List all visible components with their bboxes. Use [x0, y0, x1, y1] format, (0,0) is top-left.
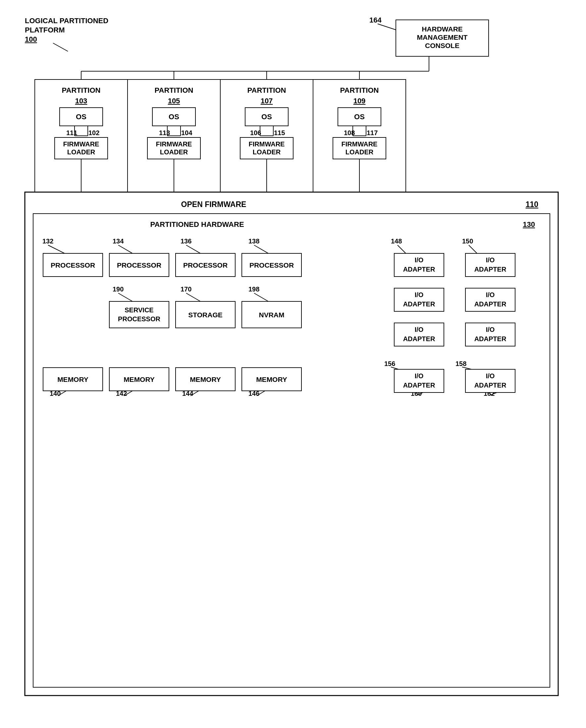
p1-fw-text2: LOADER — [67, 148, 95, 156]
io3-text1: I/O — [414, 291, 423, 298]
hmc-ref-label: 164 — [370, 16, 382, 24]
io1-ref-top: 148 — [391, 237, 402, 245]
mem3-ref: 144 — [182, 390, 194, 397]
p2-ref: 105 — [168, 97, 180, 105]
io2-ref-top: 150 — [462, 237, 473, 245]
proc4-ref-label: 138 — [249, 237, 259, 245]
proc4-text: PROCESSOR — [249, 261, 294, 269]
io6-text1: I/O — [486, 326, 494, 333]
sp-text2: PROCESSOR — [118, 315, 160, 322]
p2-ref104: 104 — [181, 129, 193, 136]
hmc-ref-line — [378, 24, 396, 30]
io1-text1: I/O — [414, 256, 423, 264]
proc1-text: PROCESSOR — [50, 261, 95, 269]
p1-title: PARTITION — [61, 86, 100, 95]
mem3-text: MEMORY — [190, 375, 221, 383]
p4-fw-text1: FIRMWARE — [341, 140, 377, 148]
p4-ref108: 108 — [344, 129, 355, 136]
sp-text1: SERVICE — [125, 306, 153, 314]
io8-text2: ADAPTER — [474, 382, 506, 389]
sp-ref-label: 190 — [112, 286, 124, 293]
proc1-ref-label: 132 — [43, 237, 53, 245]
p2-os-text: OS — [169, 113, 179, 121]
io5-text2: ADAPTER — [403, 335, 435, 342]
sp-box — [109, 302, 169, 328]
mem2-ref: 142 — [116, 390, 127, 397]
hmc-text2: MANAGEMENT — [417, 33, 467, 41]
of-label: OPEN FIRMWARE — [181, 200, 246, 209]
proc3-text: PROCESSOR — [183, 261, 227, 269]
io2-text1: I/O — [486, 256, 494, 264]
io7-text2: ADAPTER — [403, 382, 435, 389]
io7-text1: I/O — [414, 372, 423, 380]
p3-os-text: OS — [261, 113, 272, 121]
mem2-text: MEMORY — [124, 375, 155, 383]
p2-ref113: 113 — [159, 129, 170, 136]
ph-ref: 130 — [523, 220, 535, 229]
p1-ref111: 111 — [66, 129, 77, 136]
nvram-ref-label: 198 — [249, 286, 259, 293]
io7-ref-156: 156 — [384, 360, 395, 367]
io8-ref-158: 158 — [456, 360, 466, 367]
mem4-text: MEMORY — [256, 375, 287, 383]
p1-ref: 103 — [75, 97, 87, 105]
p2-title: PARTITION — [154, 86, 193, 95]
io2-text2: ADAPTER — [474, 266, 506, 273]
p4-title: PARTITION — [340, 86, 379, 95]
io4-text2: ADAPTER — [474, 301, 506, 308]
of-ref: 110 — [526, 200, 538, 209]
p3-ref106: 106 — [250, 129, 261, 136]
io1-text2: ADAPTER — [403, 266, 435, 273]
p4-os-text: OS — [354, 113, 365, 121]
p3-ref115: 115 — [274, 129, 285, 136]
mem4-ref: 146 — [249, 390, 259, 397]
p3-ref: 107 — [260, 97, 273, 105]
lpp-label-line1: LOGICAL PARTITIONED — [25, 17, 108, 25]
p1-os-text: OS — [76, 113, 86, 121]
ph-label: PARTITIONED HARDWARE — [150, 220, 244, 229]
p2-fw-text1: FIRMWARE — [156, 140, 192, 148]
lpp-label-line2: PLATFORM — [25, 26, 65, 34]
p1-ref102: 102 — [88, 129, 99, 136]
storage-text: STORAGE — [188, 311, 222, 319]
io6-text2: ADAPTER — [474, 335, 506, 342]
io8-text1: I/O — [486, 372, 494, 380]
proc2-text: PROCESSOR — [117, 261, 161, 269]
architecture-diagram: LOGICAL PARTITIONED PLATFORM 100 164 HAR… — [15, 13, 571, 710]
io5-text1: I/O — [414, 326, 423, 333]
hmc-text1: HARDWARE — [422, 25, 463, 33]
mem1-text: MEMORY — [57, 375, 88, 383]
p4-ref: 109 — [353, 97, 365, 105]
stor-ref-label: 170 — [181, 286, 192, 293]
p3-title: PARTITION — [247, 86, 286, 95]
p2-fw-text2: LOADER — [160, 148, 188, 156]
p3-fw-text2: LOADER — [252, 148, 281, 156]
p4-ref117: 117 — [367, 129, 378, 136]
proc3-ref-label: 136 — [181, 237, 192, 245]
p3-fw-text1: FIRMWARE — [249, 140, 284, 148]
proc2-ref-label: 134 — [112, 237, 124, 245]
p1-fw-text1: FIRMWARE — [63, 140, 99, 148]
p4-fw-text2: LOADER — [345, 148, 373, 156]
diagram-svg: LOGICAL PARTITIONED PLATFORM 100 164 HAR… — [15, 13, 571, 709]
nvram-text: NVRAM — [259, 311, 284, 319]
io4-text1: I/O — [486, 291, 494, 298]
io3-text2: ADAPTER — [403, 301, 435, 308]
ph-box — [33, 214, 550, 687]
lpp-arrow — [53, 43, 68, 51]
lpp-ref: 100 — [25, 35, 37, 43]
mem1-ref: 140 — [50, 390, 60, 397]
hmc-text3: CONSOLE — [425, 42, 459, 49]
